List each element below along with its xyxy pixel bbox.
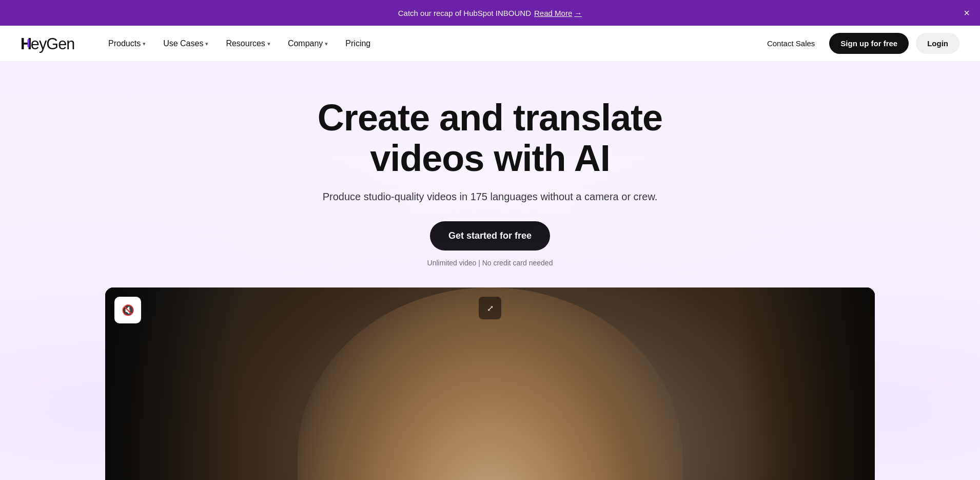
svg-text:eyGen: eyGen xyxy=(31,34,75,52)
svg-rect-3 xyxy=(28,39,30,47)
fullscreen-button[interactable]: ⤢ xyxy=(479,297,501,319)
get-started-button[interactable]: Get started for free xyxy=(430,221,550,251)
nav-links: Products ▾ Use Cases ▾ Resources ▾ Compa… xyxy=(101,35,760,52)
contact-sales-link[interactable]: Contact Sales xyxy=(760,35,822,52)
nav-use-cases[interactable]: Use Cases ▾ xyxy=(156,35,215,52)
hero-tagline: Unlimited video | No credit card needed xyxy=(21,259,959,267)
banner-close-button[interactable]: × xyxy=(964,8,970,18)
nav-right: Contact Sales Sign up for free Login xyxy=(760,33,959,54)
mute-icon: 🔇 xyxy=(122,304,134,316)
nav-company[interactable]: Company ▾ xyxy=(281,35,335,52)
fullscreen-icon: ⤢ xyxy=(487,303,494,313)
hero-title: Create and translate videos with AI xyxy=(259,98,721,179)
login-button[interactable]: Login xyxy=(916,33,959,54)
hero-section: Create and translate videos with AI Prod… xyxy=(0,62,980,480)
nav-products[interactable]: Products ▾ xyxy=(101,35,153,52)
announcement-banner: Catch our recap of HubSpot INBOUND Read … xyxy=(0,0,980,26)
hero-subtitle: Produce studio-quality videos in 175 lan… xyxy=(21,191,959,203)
mute-button[interactable]: 🔇 xyxy=(114,297,141,323)
banner-read-more-link[interactable]: Read More → xyxy=(534,9,582,17)
nav-resources[interactable]: Resources ▾ xyxy=(219,35,277,52)
resources-chevron-icon: ▾ xyxy=(267,41,270,47)
hero-video: 🔇 ⤢ xyxy=(105,287,875,480)
signup-button[interactable]: Sign up for free xyxy=(829,33,909,54)
use-cases-chevron-icon: ▾ xyxy=(205,41,208,47)
banner-text: Catch our recap of HubSpot INBOUND xyxy=(398,9,531,17)
nav-pricing[interactable]: Pricing xyxy=(338,35,378,52)
company-chevron-icon: ▾ xyxy=(325,41,328,47)
products-chevron-icon: ▾ xyxy=(143,41,146,47)
navbar: H eyGen Products ▾ Use Cases ▾ Resources… xyxy=(0,26,980,62)
svg-text:H: H xyxy=(21,34,31,52)
logo[interactable]: H eyGen xyxy=(21,34,81,53)
